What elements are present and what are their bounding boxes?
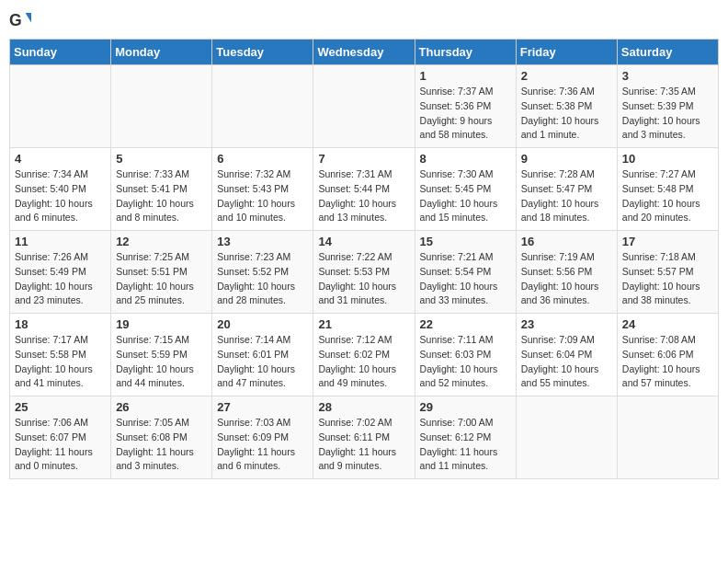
calendar-table: SundayMondayTuesdayWednesdayThursdayFrid… [9, 39, 719, 479]
day-number: 15 [420, 235, 511, 248]
calendar-cell: 8Sunrise: 7:30 AMSunset: 5:45 PMDaylight… [415, 148, 516, 231]
day-detail: Sunrise: 7:12 AMSunset: 6:02 PMDaylight:… [318, 333, 409, 391]
calendar-cell: 6Sunrise: 7:32 AMSunset: 5:43 PMDaylight… [212, 148, 313, 231]
day-detail: Sunrise: 7:36 AMSunset: 5:38 PMDaylight:… [521, 85, 612, 143]
calendar-cell: 19Sunrise: 7:15 AMSunset: 5:59 PMDayligh… [111, 314, 212, 396]
day-number: 17 [622, 235, 713, 248]
calendar-cell: 12Sunrise: 7:25 AMSunset: 5:51 PMDayligh… [111, 231, 212, 314]
day-detail: Sunrise: 7:03 AMSunset: 6:09 PMDaylight:… [217, 416, 308, 474]
day-number: 10 [622, 152, 713, 166]
calendar-cell: 24Sunrise: 7:08 AMSunset: 6:06 PMDayligh… [617, 314, 718, 396]
day-detail: Sunrise: 7:27 AMSunset: 5:48 PMDaylight:… [622, 167, 713, 225]
svg-text:G: G [9, 11, 22, 29]
day-number: 2 [521, 69, 612, 83]
day-number: 12 [116, 235, 207, 248]
day-detail: Sunrise: 7:06 AMSunset: 6:07 PMDaylight:… [15, 416, 106, 474]
day-detail: Sunrise: 7:08 AMSunset: 6:06 PMDaylight:… [622, 333, 713, 391]
day-header-sunday: Sunday [10, 40, 111, 65]
day-number: 4 [15, 152, 106, 166]
calendar-cell: 28Sunrise: 7:02 AMSunset: 6:11 PMDayligh… [313, 396, 415, 479]
calendar-cell: 10Sunrise: 7:27 AMSunset: 5:48 PMDayligh… [617, 148, 718, 231]
day-number: 3 [622, 69, 713, 83]
calendar-cell: 11Sunrise: 7:26 AMSunset: 5:49 PMDayligh… [10, 231, 111, 314]
day-number: 11 [15, 235, 106, 248]
calendar-cell [111, 65, 212, 148]
calendar-cell: 3Sunrise: 7:35 AMSunset: 5:39 PMDaylight… [617, 65, 718, 148]
day-detail: Sunrise: 7:37 AMSunset: 5:36 PMDaylight:… [420, 85, 511, 143]
day-detail: Sunrise: 7:15 AMSunset: 5:59 PMDaylight:… [116, 333, 207, 391]
calendar-cell: 26Sunrise: 7:05 AMSunset: 6:08 PMDayligh… [111, 396, 212, 479]
day-detail: Sunrise: 7:05 AMSunset: 6:08 PMDaylight:… [116, 416, 207, 474]
day-detail: Sunrise: 7:21 AMSunset: 5:54 PMDaylight:… [420, 250, 511, 308]
day-detail: Sunrise: 7:22 AMSunset: 5:53 PMDaylight:… [318, 250, 409, 308]
day-number: 8 [420, 152, 511, 166]
calendar-cell [617, 396, 718, 479]
day-number: 25 [15, 400, 106, 414]
calendar-cell: 27Sunrise: 7:03 AMSunset: 6:09 PMDayligh… [212, 396, 313, 479]
calendar-cell: 15Sunrise: 7:21 AMSunset: 5:54 PMDayligh… [415, 231, 516, 314]
day-number: 26 [116, 400, 207, 414]
day-number: 5 [116, 152, 207, 166]
day-number: 21 [318, 317, 409, 331]
day-detail: Sunrise: 7:30 AMSunset: 5:45 PMDaylight:… [420, 167, 511, 225]
day-detail: Sunrise: 7:18 AMSunset: 5:57 PMDaylight:… [622, 250, 713, 308]
calendar-cell [212, 65, 313, 148]
day-header-wednesday: Wednesday [313, 40, 415, 65]
day-number: 18 [15, 317, 106, 331]
calendar-cell: 13Sunrise: 7:23 AMSunset: 5:52 PMDayligh… [212, 231, 313, 314]
day-detail: Sunrise: 7:11 AMSunset: 6:03 PMDaylight:… [420, 333, 511, 391]
day-number: 6 [217, 152, 308, 166]
day-detail: Sunrise: 7:23 AMSunset: 5:52 PMDaylight:… [217, 250, 308, 308]
calendar-cell: 23Sunrise: 7:09 AMSunset: 6:04 PMDayligh… [516, 314, 617, 396]
calendar-cell: 4Sunrise: 7:34 AMSunset: 5:40 PMDaylight… [10, 148, 111, 231]
day-number: 27 [217, 400, 308, 414]
day-number: 23 [521, 317, 612, 331]
day-number: 13 [217, 235, 308, 248]
day-header-monday: Monday [111, 40, 212, 65]
day-header-thursday: Thursday [415, 40, 516, 65]
header: G [9, 9, 719, 31]
day-number: 20 [217, 317, 308, 331]
day-detail: Sunrise: 7:26 AMSunset: 5:49 PMDaylight:… [15, 250, 106, 308]
day-number: 16 [521, 235, 612, 248]
calendar-cell [313, 65, 415, 148]
day-number: 14 [318, 235, 409, 248]
day-number: 1 [420, 69, 511, 83]
calendar-cell: 29Sunrise: 7:00 AMSunset: 6:12 PMDayligh… [415, 396, 516, 479]
week-row-2: 4Sunrise: 7:34 AMSunset: 5:40 PMDaylight… [10, 148, 719, 231]
calendar-cell: 18Sunrise: 7:17 AMSunset: 5:58 PMDayligh… [10, 314, 111, 396]
day-header-saturday: Saturday [617, 40, 718, 65]
day-detail: Sunrise: 7:02 AMSunset: 6:11 PMDaylight:… [318, 416, 409, 474]
calendar-cell [10, 65, 111, 148]
day-number: 7 [318, 152, 409, 166]
day-detail: Sunrise: 7:17 AMSunset: 5:58 PMDaylight:… [15, 333, 106, 391]
calendar-cell: 1Sunrise: 7:37 AMSunset: 5:36 PMDaylight… [415, 65, 516, 148]
day-detail: Sunrise: 7:00 AMSunset: 6:12 PMDaylight:… [420, 416, 511, 474]
day-detail: Sunrise: 7:14 AMSunset: 6:01 PMDaylight:… [217, 333, 308, 391]
calendar-cell: 14Sunrise: 7:22 AMSunset: 5:53 PMDayligh… [313, 231, 415, 314]
svg-marker-1 [26, 13, 31, 22]
calendar-cell: 2Sunrise: 7:36 AMSunset: 5:38 PMDaylight… [516, 65, 617, 148]
day-number: 24 [622, 317, 713, 331]
day-number: 29 [420, 400, 511, 414]
day-detail: Sunrise: 7:28 AMSunset: 5:47 PMDaylight:… [521, 167, 612, 225]
calendar-cell: 22Sunrise: 7:11 AMSunset: 6:03 PMDayligh… [415, 314, 516, 396]
day-detail: Sunrise: 7:19 AMSunset: 5:56 PMDaylight:… [521, 250, 612, 308]
calendar-cell: 7Sunrise: 7:31 AMSunset: 5:44 PMDaylight… [313, 148, 415, 231]
day-header-tuesday: Tuesday [212, 40, 313, 65]
day-detail: Sunrise: 7:33 AMSunset: 5:41 PMDaylight:… [116, 167, 207, 225]
day-number: 9 [521, 152, 612, 166]
calendar-cell: 21Sunrise: 7:12 AMSunset: 6:02 PMDayligh… [313, 314, 415, 396]
calendar-cell: 16Sunrise: 7:19 AMSunset: 5:56 PMDayligh… [516, 231, 617, 314]
calendar-cell: 5Sunrise: 7:33 AMSunset: 5:41 PMDaylight… [111, 148, 212, 231]
day-detail: Sunrise: 7:34 AMSunset: 5:40 PMDaylight:… [15, 167, 106, 225]
logo: G [9, 9, 35, 31]
calendar-cell [516, 396, 617, 479]
week-row-3: 11Sunrise: 7:26 AMSunset: 5:49 PMDayligh… [10, 231, 719, 314]
day-detail: Sunrise: 7:35 AMSunset: 5:39 PMDaylight:… [622, 85, 713, 143]
day-number: 19 [116, 317, 207, 331]
day-detail: Sunrise: 7:09 AMSunset: 6:04 PMDaylight:… [521, 333, 612, 391]
calendar-cell: 25Sunrise: 7:06 AMSunset: 6:07 PMDayligh… [10, 396, 111, 479]
day-number: 22 [420, 317, 511, 331]
header-row: SundayMondayTuesdayWednesdayThursdayFrid… [10, 40, 719, 65]
